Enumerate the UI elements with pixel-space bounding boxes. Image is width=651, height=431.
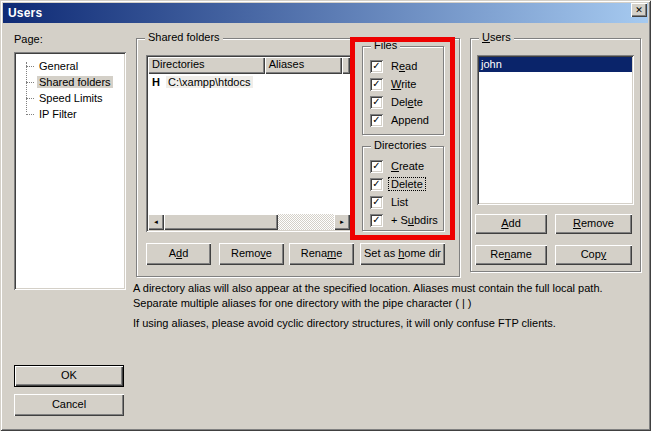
directories-list-header: Directories Aliases <box>148 57 350 74</box>
checkbox-icon: ✓ <box>370 178 383 191</box>
checkbox-icon: ✓ <box>370 96 383 109</box>
close-icon[interactable]: ✕ <box>631 3 647 17</box>
checkbox-files-write[interactable]: ✓ Write <box>370 77 418 91</box>
column-header-aliases[interactable]: Aliases <box>265 57 342 74</box>
checkbox-files-append[interactable]: ✓ Append <box>370 113 431 127</box>
alias-note: A directory alias will also appear at th… <box>133 281 640 311</box>
copy-user-button[interactable]: Copy <box>555 245 632 265</box>
directory-path: C:\xampp\htdocs <box>166 76 253 88</box>
checkbox-files-read[interactable]: ✓ Read <box>370 59 419 73</box>
users-dialog: Users ✕ Page: General Shared folders Spe… <box>0 0 651 431</box>
scrollbar-thumb[interactable] <box>164 214 278 230</box>
checkbox-dirs-delete[interactable]: ✓ Delete <box>370 177 425 191</box>
rename-directory-button[interactable]: Rename <box>289 243 354 265</box>
ok-button[interactable]: OK <box>14 365 124 387</box>
page-label: Page: <box>14 33 43 45</box>
window-title: Users <box>8 6 42 20</box>
tree-stub <box>26 82 34 83</box>
tree-item-general[interactable]: General <box>16 58 124 74</box>
add-directory-button[interactable]: Add <box>146 243 211 265</box>
checkbox-icon: ✓ <box>370 114 383 127</box>
scroll-left-icon[interactable]: ◄ <box>148 214 164 230</box>
tree-stub <box>26 98 34 99</box>
checkbox-dirs-create[interactable]: ✓ Create <box>370 159 426 173</box>
checkbox-icon: ✓ <box>370 214 383 227</box>
checkbox-dirs-list[interactable]: ✓ List <box>370 195 410 209</box>
add-user-button[interactable]: Add <box>475 214 547 234</box>
shared-folders-group-label: Shared folders <box>145 31 223 43</box>
checkbox-icon: ✓ <box>370 60 383 73</box>
checkbox-dirs-subdirs[interactable]: ✓ + Subdirs <box>370 213 440 227</box>
directories-group-label: Directories <box>371 139 430 151</box>
tree-item-shared-folders[interactable]: Shared folders <box>16 74 124 90</box>
notes: A directory alias will also appear at th… <box>133 281 640 331</box>
set-as-home-dir-button[interactable]: Set as home dir <box>360 243 445 265</box>
tree-stub <box>26 66 34 67</box>
tree-item-speed-limits[interactable]: Speed Limits <box>16 90 124 106</box>
scroll-right-icon[interactable]: ► <box>334 214 350 230</box>
checkbox-icon: ✓ <box>370 160 383 173</box>
home-flag: H <box>152 76 160 88</box>
cancel-button[interactable]: Cancel <box>14 394 124 416</box>
checkbox-icon: ✓ <box>370 78 383 91</box>
horizontal-scrollbar[interactable]: ◄ ► <box>148 214 350 230</box>
files-group: Files ✓ Read ✓ Write ✓ Delete ✓ Append <box>362 46 444 135</box>
checkbox-icon: ✓ <box>370 196 383 209</box>
page-tree: General Shared folders Speed Limits IP F… <box>14 52 126 290</box>
directories-group: Directories ✓ Create ✓ Delete ✓ List ✓ +… <box>362 146 444 231</box>
column-header-blank <box>342 57 350 74</box>
directory-row[interactable]: H C:\xampp\htdocs <box>148 74 350 90</box>
files-group-label: Files <box>371 39 400 51</box>
users-group-label: Users <box>479 31 514 43</box>
tree-stub <box>26 114 34 115</box>
checkbox-files-delete[interactable]: ✓ Delete <box>370 95 425 109</box>
user-row-john[interactable]: john <box>479 57 632 72</box>
column-header-directories[interactable]: Directories <box>148 57 265 74</box>
users-list: john <box>477 55 634 205</box>
rename-user-button[interactable]: Rename <box>475 245 547 265</box>
directories-list: Directories Aliases H C:\xampp\htdocs ◄ … <box>146 55 352 232</box>
cyclic-note: If using aliases, please avoid cyclic di… <box>133 316 640 331</box>
remove-user-button[interactable]: Remove <box>555 214 632 234</box>
remove-directory-button[interactable]: Remove <box>219 243 284 265</box>
tree-item-ip-filter[interactable]: IP Filter <box>16 106 124 122</box>
title-bar[interactable]: Users <box>3 3 648 23</box>
